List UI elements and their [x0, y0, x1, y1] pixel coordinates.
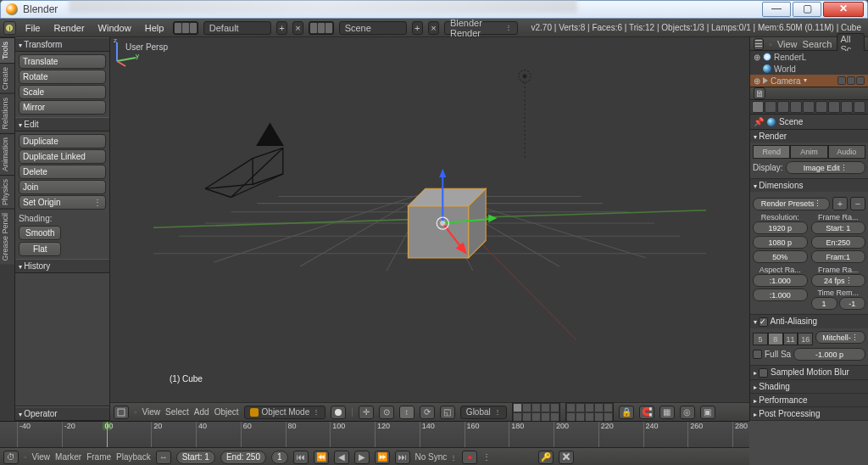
tab-tools[interactable]: Tools — [0, 37, 14, 63]
properties-editor-icon[interactable]: 🗎 — [754, 87, 765, 99]
menu-window[interactable]: Window — [94, 23, 136, 33]
aa-16-button[interactable]: 16 — [798, 333, 813, 345]
screen-layout-add[interactable]: + — [276, 21, 287, 35]
timeline-ruler[interactable]: -40-200204060801001201401601802002202402… — [0, 422, 749, 447]
orientation-select[interactable]: Global⋮ — [460, 406, 507, 419]
duplicate-button[interactable]: Duplicate — [19, 134, 106, 148]
play-reverse-icon[interactable]: ◀ — [334, 451, 349, 464]
display-select[interactable]: Image Edit ⋮ — [786, 161, 865, 174]
keyframe-next-icon[interactable]: ⏩ — [375, 451, 390, 464]
3d-viewport[interactable]: User Persp (1) Cube z y — [110, 37, 749, 402]
frame-start-field[interactable]: Start: 1 — [811, 221, 866, 234]
frame-end-field[interactable]: En:250 — [811, 236, 866, 249]
screen-layout-field[interactable]: Default — [203, 21, 271, 35]
keying-set-select[interactable]: ⋮ — [482, 452, 533, 462]
restrict-render-icon[interactable] — [856, 76, 865, 85]
aa-size-field[interactable]: -1.000 p — [793, 348, 865, 361]
prop-tab-render[interactable] — [752, 101, 764, 113]
layers-grid-a[interactable] — [512, 402, 560, 423]
snap-target-icon[interactable]: ◎ — [680, 406, 695, 419]
timeline-editor-icon[interactable]: ⏱ — [3, 451, 19, 464]
prop-tab-material[interactable] — [854, 101, 865, 113]
scene-browse[interactable] — [309, 21, 334, 35]
editor-type-3dview-icon[interactable] — [114, 406, 129, 419]
sync-select[interactable]: No Sync⋮ — [415, 452, 458, 462]
timeline-menu-view[interactable]: View — [32, 452, 51, 462]
prop-tab-object[interactable] — [803, 101, 815, 113]
prop-tab-data[interactable] — [841, 101, 853, 113]
layers-grid-b[interactable] — [565, 402, 614, 423]
key-insert-icon[interactable]: 🔑 — [538, 451, 554, 464]
remap-old-field[interactable]: 1 — [811, 297, 837, 310]
render-engine-select[interactable]: Blender Render⋮ — [444, 21, 518, 35]
outliner[interactable]: ⊕ RenderL World ⊕ Camera ▾ — [750, 51, 868, 87]
panel-postprocessing-header[interactable]: Post Processing — [750, 407, 868, 420]
panel-dimensions-header[interactable]: Dimensions — [750, 179, 868, 192]
res-pct-field[interactable]: 50% — [753, 250, 808, 263]
menu-help[interactable]: Help — [141, 23, 169, 33]
pin-icon[interactable]: 📌 — [754, 117, 764, 126]
keyframe-prev-icon[interactable]: ⏪ — [314, 451, 329, 464]
jump-start-icon[interactable]: ⏮ — [293, 451, 309, 464]
preset-del-icon[interactable]: − — [850, 197, 865, 210]
aa-checkbox[interactable] — [759, 317, 768, 327]
aa-filter-select[interactable]: Mitchell- ⋮ — [815, 331, 865, 344]
view3d-menu-add[interactable]: Add — [194, 407, 209, 417]
aa-11-button[interactable]: 11 — [783, 333, 798, 345]
tab-grease-pencil[interactable]: Grease Pencil — [0, 209, 14, 265]
panel-performance-header[interactable]: Performance — [750, 394, 868, 406]
minimize-button[interactable]: — — [762, 2, 791, 17]
res-x-field[interactable]: 1920 p — [753, 221, 808, 234]
menu-file[interactable]: File — [21, 23, 45, 33]
viewport-shading-icon[interactable] — [331, 406, 346, 419]
timeline-menu-marker[interactable]: Marker — [55, 452, 81, 462]
fps-field[interactable]: 24 fps ⋮ — [811, 274, 866, 287]
remap-new-field[interactable]: -1 — [839, 297, 865, 310]
restrict-select-icon[interactable] — [847, 76, 855, 85]
view3d-menu-object[interactable]: Object — [214, 407, 239, 417]
mode-select[interactable]: Object Mode⋮ — [244, 406, 326, 419]
prop-tab-renderlayers[interactable] — [765, 101, 776, 113]
outliner-row-camera[interactable]: ⊕ Camera ▾ — [750, 75, 868, 87]
render-presets-select[interactable]: Render Presets ⋮ — [753, 198, 830, 210]
panel-motionblur-header[interactable]: Sampled Motion Blur — [750, 366, 868, 379]
prop-tab-modifiers[interactable] — [828, 101, 840, 113]
outliner-editor-icon[interactable]: ☰ — [754, 38, 764, 50]
view3d-menu-select[interactable]: Select — [165, 407, 189, 417]
translate-button[interactable]: Translate — [19, 54, 106, 69]
snap-icon[interactable]: 🧲 — [639, 406, 654, 419]
mirror-button[interactable]: Mirror — [19, 100, 106, 115]
scene-field[interactable]: Scene — [339, 21, 407, 35]
render-anim-button[interactable]: Anim — [790, 145, 827, 159]
pivot-lock-icon[interactable]: ⊙ — [379, 406, 394, 419]
full-sample-checkbox[interactable] — [753, 350, 762, 359]
current-frame-field[interactable]: 1 — [271, 451, 288, 464]
jump-end-icon[interactable]: ⏭ — [395, 451, 410, 464]
delete-button[interactable]: Delete — [19, 165, 106, 179]
aa-5-button[interactable]: 5 — [753, 333, 768, 345]
outliner-menu-search[interactable]: Search — [803, 39, 832, 49]
duplicate-linked-button[interactable]: Duplicate Linked — [19, 149, 106, 164]
panel-history-header[interactable]: History — [15, 259, 109, 273]
render-audio-button[interactable]: Audio — [828, 145, 865, 159]
smooth-button[interactable]: Smooth — [19, 226, 61, 240]
outliner-row-renderlayers[interactable]: ⊕ RenderL — [750, 51, 868, 63]
rotate-button[interactable]: Rotate — [19, 70, 106, 84]
frame-step-field[interactable]: Fram:1 — [811, 250, 866, 263]
tab-animation[interactable]: Animation — [0, 133, 14, 175]
prop-tab-world[interactable] — [790, 101, 802, 113]
manipulator-translate-icon[interactable]: ↕ — [399, 406, 415, 419]
outliner-menu-view[interactable]: View — [777, 39, 798, 49]
res-y-field[interactable]: 1080 p — [753, 236, 808, 249]
maximize-button[interactable]: ▢ — [793, 2, 821, 17]
tab-create[interactable]: Create — [0, 63, 14, 93]
restrict-view-icon[interactable] — [837, 76, 846, 85]
start-frame-field[interactable]: Start: 1 — [176, 451, 215, 464]
lock-camera-icon[interactable]: 🔒 — [619, 406, 634, 419]
aspect-x-field[interactable]: :1.000 — [753, 274, 808, 287]
scale-button[interactable]: Scale — [19, 85, 106, 99]
preset-add-icon[interactable]: + — [832, 197, 848, 210]
flat-button[interactable]: Flat — [19, 242, 61, 256]
menu-render[interactable]: Render — [49, 23, 88, 33]
close-button[interactable]: ✕ — [823, 2, 864, 17]
